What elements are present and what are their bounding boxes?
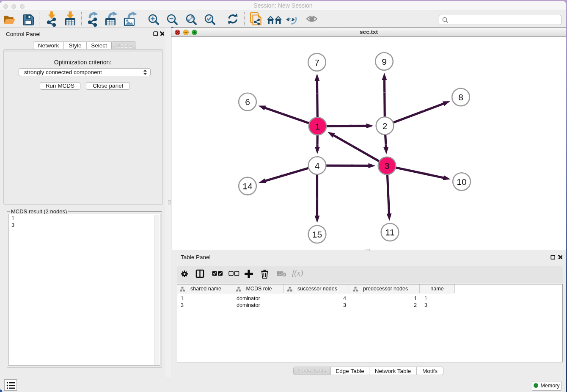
svg-text:14: 14 [242,181,253,191]
svg-text:10: 10 [457,177,466,187]
svg-text:6: 6 [245,97,250,107]
svg-text:11: 11 [385,227,395,237]
svg-text:8: 8 [458,92,463,102]
svg-text:2: 2 [383,121,388,131]
svg-text:3: 3 [385,161,390,171]
svg-text:15: 15 [312,229,322,239]
svg-text:9: 9 [382,57,387,66]
svg-text:1: 1 [315,121,320,131]
svg-text:4: 4 [315,161,320,171]
svg-text:7: 7 [314,58,319,67]
